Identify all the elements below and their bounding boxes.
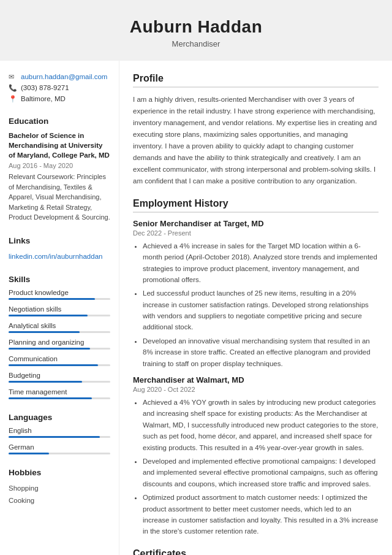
skill-bar-bg [9,364,110,366]
skill-label: Analytical skills [9,322,110,329]
skill-item: Budgeting [9,372,110,383]
skill-label: Product knowledge [9,289,110,296]
candidate-title: Merchandiser [12,39,380,48]
job-bullet: Led successful product launches of 25 ne… [143,288,379,333]
skills-section: Skills Product knowledge Negotiation ski… [9,275,110,399]
skill-label: Communication [9,355,110,362]
language-label: English [9,427,110,434]
skill-bar-fill [9,315,88,316]
education-coursework: Relevant Coursework: Principles of Merch… [9,172,110,223]
job-bullet: Achieved a 4% YOY growth in sales by int… [143,397,379,453]
certificates-section: Certificates Certified Professional in S… [133,548,379,555]
phone-item: 📞 (303) 878-9271 [9,84,110,92]
contact-section: ✉ auburn.haddan@gmail.com 📞 (303) 878-92… [9,73,110,103]
location-text: Baltimore, MD [21,95,66,102]
skill-label: Budgeting [9,372,110,379]
skill-bar-bg [9,381,110,383]
language-item: English [9,427,110,438]
job-bullet: Developed an innovative visual merchandi… [143,335,379,369]
job-bullet: Achieved a 4% increase in sales for the … [143,240,379,286]
language-bar-fill [9,436,100,438]
skill-bar-fill [9,397,92,399]
profile-section: Profile I am a highly driven, results-or… [133,73,379,187]
coursework-label: Relevant Coursework: [9,173,75,180]
languages-section: Languages English German [9,413,110,454]
hobby-item: Shopping [9,482,110,495]
skill-bar-fill [9,348,90,350]
skill-label: Planning and organizing [9,339,110,346]
employment-section: Employment History Senior Merchandiser a… [133,198,379,537]
email-icon: ✉ [9,73,17,81]
hobbies-list: ShoppingCooking [9,482,110,507]
skill-label: Negotiation skills [9,305,110,313]
jobs-list: Senior Merchandiser at Target, MD Dec 20… [133,219,379,537]
education-degree: Bachelor of Science in Merchandising at … [9,131,110,160]
skill-item: Planning and organizing [9,339,110,350]
skill-bar-fill [9,381,82,383]
location-item: 📍 Baltimore, MD [9,95,110,103]
skill-bar-fill [9,364,98,366]
resume-container: Auburn Haddan Merchandiser ✉ auburn.hadd… [0,0,392,555]
job-bullets: Achieved a 4% YOY growth in sales by int… [133,397,379,537]
language-item: German [9,443,110,454]
hobbies-heading: Hobbies [9,468,110,477]
linkedin-item: linkedin.com/in/auburnhaddan [9,250,110,261]
skill-bar-bg [9,331,110,333]
skills-heading: Skills [9,275,110,284]
skill-item: Product knowledge [9,289,110,300]
job-date: Aug 2020 - Oct 2022 [133,386,379,393]
job-bullet: Optimized product assortment to match cu… [143,492,379,537]
language-label: German [9,443,110,451]
skill-bar-bg [9,348,110,350]
job-bullet: Developed and implemented effective prom… [143,456,379,489]
email-item: ✉ auburn.haddan@gmail.com [9,73,110,81]
phone-text: (303) 878-9271 [21,84,69,91]
job-title: Senior Merchandiser at Target, MD [133,219,379,228]
skill-item: Negotiation skills [9,305,110,316]
profile-text: I am a highly driven, results-oriented M… [133,94,379,187]
linkedin-link[interactable]: linkedin.com/in/auburnhaddan [9,253,102,260]
skill-bar-bg [9,315,110,316]
skill-bar-bg [9,397,110,399]
main-content: Profile I am a highly driven, results-or… [119,61,392,555]
phone-icon: 📞 [9,84,17,92]
candidate-name: Auburn Haddan [12,17,380,37]
email-link[interactable]: auburn.haddan@gmail.com [21,73,107,80]
links-heading: Links [9,236,110,245]
header: Auburn Haddan Merchandiser [0,0,392,61]
skill-item: Communication [9,355,110,366]
skill-bar-fill [9,331,80,333]
languages-heading: Languages [9,413,110,422]
location-icon: 📍 [9,95,17,103]
job-title: Merchandiser at Walmart, MD [133,375,379,385]
skill-label: Time management [9,388,110,396]
language-bar-bg [9,453,110,454]
job-bullets: Achieved a 4% increase in sales for the … [133,240,379,369]
job-entry: Senior Merchandiser at Target, MD Dec 20… [133,219,379,369]
language-bar-bg [9,436,110,438]
sidebar: ✉ auburn.haddan@gmail.com 📞 (303) 878-92… [0,61,119,555]
skill-item: Time management [9,388,110,399]
hobbies-section: Hobbies ShoppingCooking [9,468,110,507]
links-section: Links linkedin.com/in/auburnhaddan [9,236,110,261]
skill-bar-fill [9,298,95,300]
hobby-item: Cooking [9,494,110,507]
education-date: Aug 2016 - May 2020 [9,162,110,169]
skills-list: Product knowledge Negotiation skills Ana… [9,289,110,399]
skill-bar-bg [9,298,110,300]
education-heading: Education [9,117,110,126]
education-section: Education Bachelor of Science in Merchan… [9,117,110,223]
skill-item: Analytical skills [9,322,110,333]
job-date: Dec 2022 - Present [133,229,379,237]
language-bar-fill [9,453,49,454]
languages-list: English German [9,427,110,454]
certificates-title: Certificates [133,548,379,555]
profile-title: Profile [133,73,379,88]
employment-title: Employment History [133,198,379,213]
job-entry: Merchandiser at Walmart, MD Aug 2020 - O… [133,375,379,537]
